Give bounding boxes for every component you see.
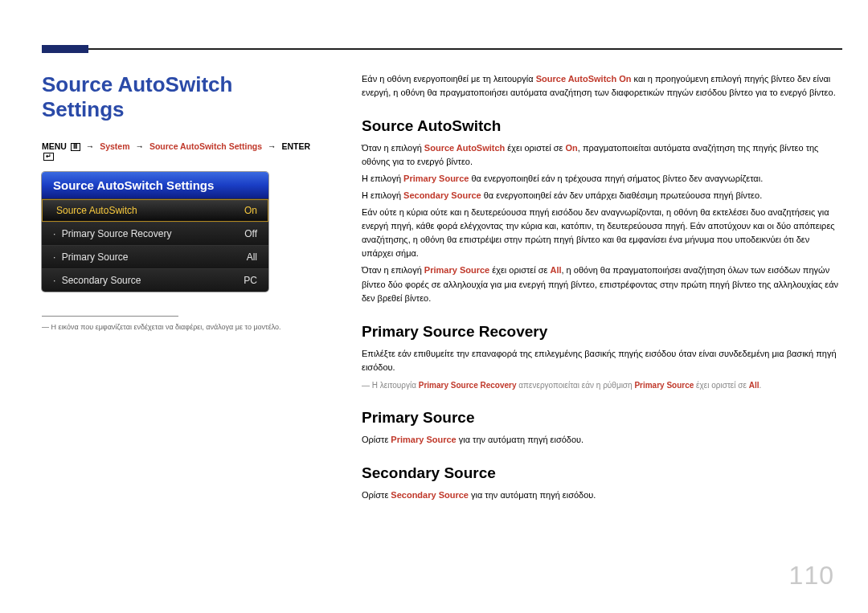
psr-note: ― Η λειτουργία Primary Source Recovery α… <box>362 379 842 391</box>
osd-row-label: Primary Source Recovery <box>62 228 172 239</box>
page-body: Source AutoSwitch Settings MENU Ⅲ → Syst… <box>42 72 842 581</box>
osd-row-value: All <box>247 251 257 263</box>
osd-row-source-autoswitch[interactable]: Source AutoSwitch On <box>42 198 268 222</box>
osd-row-primary-source-recovery[interactable]: · Primary Source Recovery Off <box>42 222 268 245</box>
intro-paragraph: Εάν η οθόνη ενεργοποιηθεί με τη λειτουργ… <box>362 72 842 100</box>
osd-row-value: Off <box>244 228 257 239</box>
osd-row-value: PC <box>244 275 257 286</box>
enter-icon: ↵ <box>43 153 54 161</box>
right-column: Εάν η οθόνη ενεργοποιηθεί με τη λειτουργ… <box>362 72 842 581</box>
osd-row-primary-source[interactable]: · Primary Source All <box>42 245 268 268</box>
sa-p2: Η επιλογή Primary Source θα ενεργοποιηθε… <box>362 172 842 186</box>
sa-p4: Εάν ούτε η κύρια ούτε και η δευτερεύουσα… <box>362 206 842 260</box>
header-rule <box>42 48 842 50</box>
osd-row-label: Primary Source <box>62 251 129 263</box>
osd-row-label: Source AutoSwitch <box>56 205 137 216</box>
psr-p: Επιλέξτε εάν επιθυμείτε την επαναφορά τη… <box>362 347 842 374</box>
sa-p1: Όταν η επιλογή Source AutoSwitch έχει ορ… <box>362 141 842 169</box>
osd-row-label: Secondary Source <box>62 275 141 286</box>
breadcrumb-menu: MENU <box>42 141 67 151</box>
left-divider <box>42 316 178 317</box>
heading-source-autoswitch: Source AutoSwitch <box>362 117 842 135</box>
osd-row-value: On <box>244 205 257 216</box>
sa-p5: Όταν η επιλογή Primary Source έχει οριστ… <box>362 264 842 304</box>
header-accent <box>42 45 88 53</box>
breadcrumb-system: System <box>100 141 129 151</box>
heading-primary-source-recovery: Primary Source Recovery <box>362 323 842 341</box>
heading-secondary-source: Secondary Source <box>362 464 842 482</box>
sa-p3: Η επιλογή Secondary Source θα ενεργοποιη… <box>362 189 842 202</box>
page-title: Source AutoSwitch Settings <box>42 72 315 122</box>
left-note: ― Η εικόνα που εμφανίζεται ενδέχεται να … <box>42 323 315 331</box>
breadcrumb: MENU Ⅲ → System → Source AutoSwitch Sett… <box>42 141 315 161</box>
osd-panel: Source AutoSwitch Settings Source AutoSw… <box>42 172 268 292</box>
ps-p: Ορίστε Primary Source για την αυτόματη π… <box>362 433 842 447</box>
ss-p: Ορίστε Secondary Source για την αυτόματη… <box>362 488 842 502</box>
breadcrumb-enter: ENTER <box>281 141 310 151</box>
left-column: Source AutoSwitch Settings MENU Ⅲ → Syst… <box>42 72 315 581</box>
osd-header: Source AutoSwitch Settings <box>42 172 268 198</box>
menu-icon: Ⅲ <box>71 143 80 151</box>
arrow-icon: → <box>135 141 144 151</box>
breadcrumb-item: Source AutoSwitch Settings <box>149 141 262 151</box>
osd-row-secondary-source[interactable]: · Secondary Source PC <box>42 268 268 292</box>
arrow-icon: → <box>86 141 95 151</box>
page-number: 110 <box>789 561 834 591</box>
heading-primary-source: Primary Source <box>362 409 842 427</box>
arrow-icon: → <box>268 141 276 151</box>
